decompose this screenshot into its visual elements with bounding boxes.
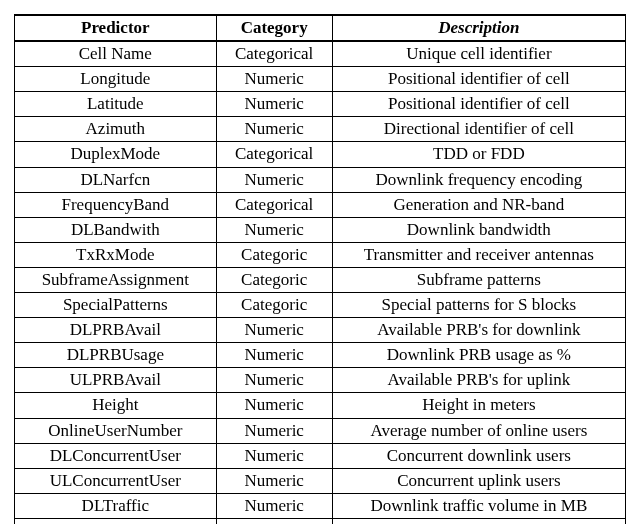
cell-predictor: Latitude [15,92,217,117]
cell-description: Height in meters [332,393,625,418]
predictor-table: Predictor Category Description Cell Name… [14,14,626,524]
table-row: DLTrafficNumericDownlink traffic volume … [15,493,626,518]
cell-predictor: ULPRBAvail [15,368,217,393]
table-row: DuplexModeCategoricalTDD or FDD [15,142,626,167]
table-container: Predictor Category Description Cell Name… [0,0,640,524]
cell-category: Numeric [216,418,332,443]
cell-predictor: Cell Name [15,41,217,67]
header-category: Category [216,15,332,41]
table-row: OnlineUserNumberNumericAverage number of… [15,418,626,443]
cell-predictor: DuplexMode [15,142,217,167]
cell-description: Downlink PRB usage as % [332,343,625,368]
table-row: DLPRBUsageNumericDownlink PRB usage as % [15,343,626,368]
cell-description: Special patterns for S blocks [332,293,625,318]
cell-category: Numeric [216,493,332,518]
cell-description: Average number of online users [332,418,625,443]
cell-predictor: SpecialPatterns [15,293,217,318]
cell-predictor: DLPRBAvail [15,318,217,343]
cell-description: Uplink traffic volume in MB [332,518,625,524]
cell-predictor: ULTraffic [15,518,217,524]
cell-category: Numeric [216,393,332,418]
cell-description: Subframe patterns [332,267,625,292]
cell-predictor: Longitude [15,67,217,92]
cell-description: Positional identifier of cell [332,92,625,117]
cell-category: Numeric [216,368,332,393]
cell-category: Categoric [216,293,332,318]
cell-description: Positional identifier of cell [332,67,625,92]
table-row: LongitudeNumericPositional identifier of… [15,67,626,92]
cell-predictor: OnlineUserNumber [15,418,217,443]
table-row: ULConcurrentUserNumericConcurrent uplink… [15,468,626,493]
cell-description: Available PRB's for uplink [332,368,625,393]
table-header-row: Predictor Category Description [15,15,626,41]
cell-description: Downlink bandwidth [332,217,625,242]
cell-category: Numeric [216,518,332,524]
header-description: Description [332,15,625,41]
cell-category: Categorical [216,41,332,67]
table-row: SubframeAssignmentCategoricSubframe patt… [15,267,626,292]
cell-description: Unique cell identifier [332,41,625,67]
table-row: LatitudeNumericPositional identifier of … [15,92,626,117]
cell-description: Downlink traffic volume in MB [332,493,625,518]
table-row: ULPRBAvailNumericAvailable PRB's for upl… [15,368,626,393]
table-row: HeightNumericHeight in meters [15,393,626,418]
cell-category: Categoric [216,242,332,267]
table-row: DLNarfcnNumericDownlink frequency encodi… [15,167,626,192]
cell-predictor: Azimuth [15,117,217,142]
cell-predictor: DLBandwith [15,217,217,242]
table-row: FrequencyBandCategoricalGeneration and N… [15,192,626,217]
cell-category: Categorical [216,192,332,217]
table-row: AzimuthNumericDirectional identifier of … [15,117,626,142]
cell-predictor: DLPRBUsage [15,343,217,368]
cell-category: Categoric [216,267,332,292]
cell-description: TDD or FDD [332,142,625,167]
cell-category: Numeric [216,217,332,242]
cell-predictor: FrequencyBand [15,192,217,217]
cell-category: Numeric [216,117,332,142]
cell-description: Generation and NR-band [332,192,625,217]
cell-predictor: ULConcurrentUser [15,468,217,493]
table-row: DLPRBAvailNumericAvailable PRB's for dow… [15,318,626,343]
cell-description: Directional identifier of cell [332,117,625,142]
cell-predictor: Height [15,393,217,418]
cell-category: Categorical [216,142,332,167]
header-predictor: Predictor [15,15,217,41]
cell-predictor: TxRxMode [15,242,217,267]
cell-description: Concurrent uplink users [332,468,625,493]
table-row: DLBandwithNumericDownlink bandwidth [15,217,626,242]
table-row: TxRxModeCategoricTransmitter and receive… [15,242,626,267]
cell-category: Numeric [216,318,332,343]
cell-predictor: DLTraffic [15,493,217,518]
cell-category: Numeric [216,443,332,468]
table-row: SpecialPatternsCategoricSpecial patterns… [15,293,626,318]
cell-predictor: DLNarfcn [15,167,217,192]
cell-description: Available PRB's for downlink [332,318,625,343]
cell-predictor: SubframeAssignment [15,267,217,292]
table-row: ULTrafficNumericUplink traffic volume in… [15,518,626,524]
cell-predictor: DLConcurrentUser [15,443,217,468]
cell-category: Numeric [216,67,332,92]
cell-description: Concurrent downlink users [332,443,625,468]
cell-category: Numeric [216,92,332,117]
cell-category: Numeric [216,343,332,368]
cell-description: Downlink frequency encoding [332,167,625,192]
table-row: DLConcurrentUserNumericConcurrent downli… [15,443,626,468]
cell-description: Transmitter and receiver antennas [332,242,625,267]
cell-category: Numeric [216,167,332,192]
table-row: Cell NameCategoricalUnique cell identifi… [15,41,626,67]
cell-category: Numeric [216,468,332,493]
